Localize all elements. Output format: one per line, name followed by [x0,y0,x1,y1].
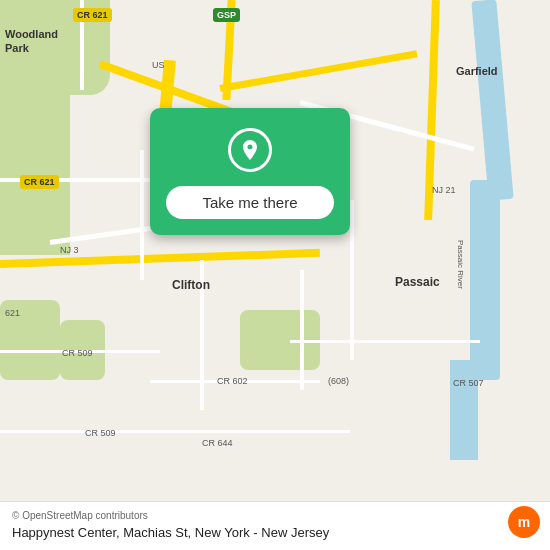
bottom-bar: © OpenStreetMap contributors Happynest C… [0,501,550,550]
shield-cr621-2: CR 621 [20,175,59,189]
road-cr509 [0,350,160,353]
road-v5 [350,200,354,360]
attribution-text: © OpenStreetMap contributors [12,510,538,521]
pin-icon [238,138,262,162]
road-cr644 [150,430,350,433]
location-pin [228,128,272,172]
road-cr602 [150,380,320,383]
take-me-there-button[interactable]: Take me there [166,186,334,219]
road-v2 [140,150,144,280]
popup-card: Take me there [150,108,350,235]
moovit-letter: m [518,514,530,530]
moovit-icon: m [508,506,540,538]
road-v4 [300,270,304,390]
road-cr507 [400,340,480,343]
road-v3 [200,260,204,410]
shield-gsp: GSP [213,8,240,22]
map-container: Woodland Park Garfield Clifton Passaic C… [0,0,550,550]
river-3 [450,360,478,460]
shield-cr621-1: CR 621 [73,8,112,22]
moovit-logo: m [508,506,540,538]
river-2 [470,180,500,380]
location-label: Happynest Center, Machias St, New York -… [12,525,538,540]
green-area-3 [0,300,60,380]
